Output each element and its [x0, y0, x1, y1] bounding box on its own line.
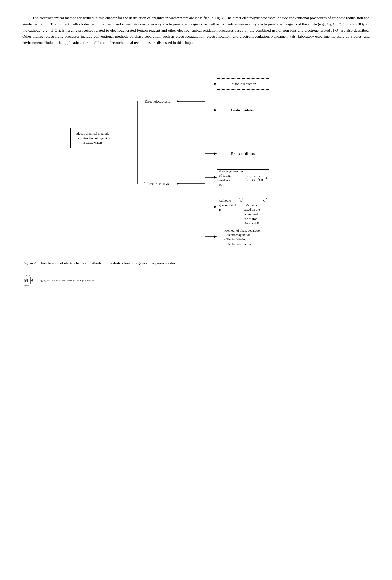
publisher-logo: MARCEL M DEKKER [22, 274, 36, 287]
box-echem: Electrochemical methodsfor destruction o… [70, 128, 115, 148]
footer-copyright: Copyright © 2003 by Marcel Dekker, Inc. … [39, 279, 96, 282]
box-cathodic-reduction: Cathodic reduction [217, 78, 269, 90]
figure-caption: Figure 2 Classification of electrochemic… [22, 261, 370, 266]
footer: MARCEL M DEKKER Copyright © 2003 by Marc… [22, 274, 370, 287]
svg-text:MARCEL: MARCEL [23, 275, 30, 277]
svg-marker-12 [214, 109, 217, 111]
svg-marker-18 [214, 176, 217, 179]
classification-diagram: Electrochemical methodsfor destruction o… [65, 56, 327, 251]
box-direct-electrolysis: Direct electrolysis [138, 96, 178, 107]
diagram-lines [65, 56, 327, 251]
box-indirect-electrolysis: Indirect electrolysis [138, 178, 178, 189]
figure-label: Figure 2 [22, 261, 36, 265]
paragraph-text: The electrochemical methods described in… [22, 15, 370, 46]
svg-marker-16 [214, 152, 217, 155]
diagram-container: Electrochemical methodsfor destruction o… [22, 56, 370, 251]
svg-text:DEKKER: DEKKER [23, 285, 29, 286]
box-redox-mediators: Redox mediators [217, 148, 269, 159]
box-cathodic-generation: Cathodic generation of H2O2 - Methods ba… [217, 197, 269, 219]
box-phase-separation: Methods of phase separation - Electrocoa… [217, 227, 269, 249]
figure-caption-text: Classification of electrochemical method… [39, 261, 176, 265]
svg-marker-26 [30, 279, 33, 282]
svg-marker-20 [214, 206, 217, 208]
svg-marker-22 [214, 236, 217, 238]
box-anodic-generation: Anodic generation of strongoxidants(O3, … [217, 169, 269, 186]
box-anodic-oxidation: Anodic oxidation [217, 105, 269, 116]
svg-text:M: M [24, 278, 28, 283]
svg-marker-10 [214, 83, 217, 85]
main-paragraph: The electrochemical methods described in… [22, 15, 370, 46]
